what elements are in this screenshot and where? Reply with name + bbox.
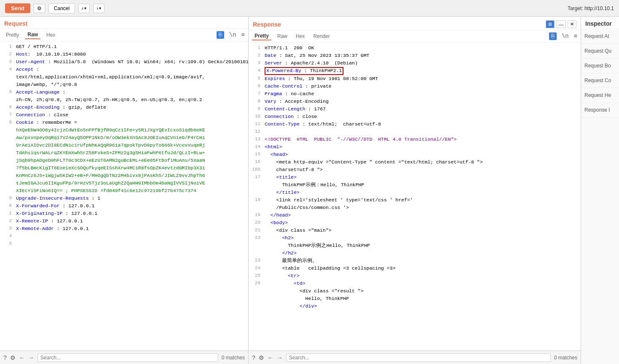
tab-request-hex[interactable]: Hex bbox=[44, 31, 58, 39]
code-line: 2Date : Sat, 25 Nov 2023 13:35:37 GMT bbox=[249, 52, 581, 59]
tab-response-raw[interactable]: Raw bbox=[275, 32, 290, 40]
code-line: 8Vary : Accept-Encoding bbox=[249, 98, 581, 105]
code-line: 20 <body> bbox=[249, 219, 581, 227]
copy-icon[interactable]: ⎘ bbox=[217, 31, 224, 39]
menu-icon-resp[interactable]: ≡ bbox=[574, 33, 577, 40]
back-icon-resp[interactable]: ← bbox=[268, 354, 273, 361]
layout-minus-button[interactable]: — bbox=[556, 20, 566, 28]
line-number bbox=[3, 126, 12, 134]
inspector-item[interactable]: Request Qu bbox=[581, 44, 619, 59]
line-content: <div class ="main"> bbox=[265, 227, 577, 234]
inspector-item[interactable]: Request At bbox=[581, 29, 619, 44]
line-number: 11 bbox=[252, 120, 260, 128]
tab-response-render[interactable]: Render bbox=[311, 32, 332, 40]
search-input-resp[interactable] bbox=[286, 353, 551, 362]
nav-prev-button[interactable]: ‹ ▾ bbox=[78, 4, 90, 13]
line-content: <title> bbox=[265, 174, 577, 181]
line-number: 1 bbox=[252, 44, 260, 52]
inspector-panel: Inspector Request AtRequest QuRequest Bo… bbox=[581, 17, 619, 364]
line-content: Connection : close bbox=[16, 111, 245, 119]
inspector-item[interactable]: Request Co bbox=[581, 73, 619, 88]
search-input-req[interactable] bbox=[38, 353, 218, 362]
line-content: </head> bbox=[265, 211, 577, 219]
gear-icon bbox=[37, 5, 42, 11]
layout-close-button[interactable]: ✕ bbox=[568, 20, 576, 28]
line-content: X-Forwarded-For : 127.0.0.1 bbox=[16, 202, 245, 210]
line-content: Accept : bbox=[16, 66, 245, 73]
code-line: 9Content-Length : 1767 bbox=[249, 105, 581, 113]
code-line: 5 bbox=[0, 240, 248, 248]
code-line: XIEcYi5FiNo6IQ== ; PHPSESSID =fd049f41c6… bbox=[0, 187, 248, 195]
line-content: <tr> bbox=[265, 272, 577, 280]
line-content: <head> bbox=[265, 151, 577, 158]
line-number: 7 bbox=[252, 90, 260, 98]
line-content: <div class ="result "> bbox=[265, 287, 577, 295]
inspector-item[interactable]: Response I bbox=[581, 103, 619, 118]
inspector-items: Request AtRequest QuRequest BoRequest Co… bbox=[581, 29, 619, 118]
code-line: /Public/Css/common.css '> bbox=[249, 204, 581, 211]
line-number: 14 bbox=[252, 143, 260, 151]
settings-icon-req[interactable]: ⚙ bbox=[10, 354, 16, 361]
line-content: X-Remote-IP : 127.0.0.1 bbox=[16, 217, 245, 225]
code-line: 9rAe1AIOvc2DI8ECdN1c1rUfpNhKAQqR961a7qpo… bbox=[0, 142, 248, 149]
tab-response-hex[interactable]: Hex bbox=[293, 32, 307, 40]
code-line: text/html,application/xhtml+xml,applicat… bbox=[0, 73, 248, 81]
settings-icon-resp[interactable]: ⚙ bbox=[259, 354, 264, 361]
line-number: 2 bbox=[3, 51, 12, 58]
line-number bbox=[252, 302, 260, 310]
line-content: <meta http-equiv ="Content-Type " conten… bbox=[265, 158, 577, 166]
line-number bbox=[3, 187, 12, 195]
code-line: 10Connection : close bbox=[249, 113, 581, 120]
fwd-icon-req[interactable]: → bbox=[28, 354, 34, 361]
send-button[interactable]: Send bbox=[5, 3, 30, 13]
copy-icon-resp[interactable]: ⎘ bbox=[549, 32, 557, 40]
line-content: X-Powered-By : ThinkPHP2.1 bbox=[265, 67, 577, 75]
tab-request-raw[interactable]: Raw bbox=[25, 31, 40, 39]
newline-icon[interactable]: \n bbox=[229, 32, 236, 38]
help-icon-resp[interactable]: ? bbox=[252, 354, 255, 361]
line-number bbox=[252, 189, 260, 196]
inspector-item[interactable]: Request He bbox=[581, 88, 619, 103]
line-content: <!DOCTYPE HTML PUBLIC "-//W3C//DTD HTML … bbox=[265, 136, 577, 143]
line-number bbox=[3, 164, 12, 172]
nav-next-button[interactable]: › ▾ bbox=[93, 4, 105, 13]
code-line: 19 </head> bbox=[249, 211, 581, 219]
line-content: Hello, ThinkPHP bbox=[265, 295, 577, 302]
line-number: 2 bbox=[252, 52, 260, 59]
request-tab-bar: Pretty Raw Hex ⎘ \n ≡ bbox=[0, 29, 248, 41]
line-number: 1 bbox=[3, 210, 12, 217]
request-bottom-bar: ? ⚙ ← → 0 matches bbox=[0, 351, 248, 364]
line-number: 6 bbox=[3, 104, 12, 111]
inspector-item[interactable]: Request Bo bbox=[581, 59, 619, 73]
line-number: 2 bbox=[3, 217, 12, 225]
back-icon-req[interactable]: ← bbox=[19, 354, 25, 361]
request-code-area[interactable]: 1GET / HTTP/1.12Host: 10.10.10.154:80803… bbox=[0, 41, 248, 351]
line-content: TdAhsiqsrWALrqZKYEmXwh5rZ58FvkeS+ZFMz2g3… bbox=[16, 149, 245, 157]
line-content: Aw/pxvnpeyOqRqi7V24ayQ5OPP1NkD/m/oOW3ekX… bbox=[16, 134, 245, 142]
request-panel: Request Pretty Raw Hex ⎘ \n ≡ 1GET / HTT… bbox=[0, 17, 249, 364]
line-number bbox=[3, 149, 12, 157]
line-number: 5 bbox=[3, 88, 12, 96]
line-number: 8 bbox=[3, 119, 12, 126]
line-number bbox=[3, 142, 12, 149]
menu-icon[interactable]: ≡ bbox=[241, 32, 245, 38]
inspector-panel-title: Inspector bbox=[581, 17, 619, 29]
cancel-button[interactable]: Cancel bbox=[48, 3, 75, 13]
line-content: </div> bbox=[265, 302, 577, 310]
fwd-icon-resp[interactable]: → bbox=[277, 354, 283, 361]
tab-response-pretty[interactable]: Pretty bbox=[252, 32, 271, 40]
code-line: 3User-Agent : Mozilla/5.0 (Windows NT 10… bbox=[0, 58, 248, 66]
code-line: zh-CN, zh;q=0.8, zh-TW;q=0.7, zh-HK;q=0.… bbox=[0, 96, 248, 104]
line-number: 16b bbox=[252, 166, 260, 174]
help-icon-req[interactable]: ? bbox=[3, 354, 7, 361]
tab-request-pretty[interactable]: Pretty bbox=[3, 31, 21, 39]
line-content: User-Agent : Mozilla/5.0 (Windows NT 10.… bbox=[16, 58, 248, 66]
line-content: text/html,application/xhtml+xml,applicat… bbox=[16, 73, 245, 81]
line-content: HTTP/1.1 200 OK bbox=[265, 44, 577, 52]
layout-grid-button[interactable]: ⊞ bbox=[546, 20, 555, 28]
code-line: jSqb9hpADgeD0hFLTT0c3CDX+eEzUT6AMN2guBcE… bbox=[0, 157, 248, 164]
line-content: <table cellpadding =3 cellspacing =3> bbox=[265, 265, 577, 272]
newline-icon-resp[interactable]: \n bbox=[562, 33, 569, 40]
settings-button[interactable] bbox=[34, 4, 45, 13]
response-code-area[interactable]: 1HTTP/1.1 200 OK2Date : Sat, 25 Nov 2023… bbox=[249, 43, 581, 351]
